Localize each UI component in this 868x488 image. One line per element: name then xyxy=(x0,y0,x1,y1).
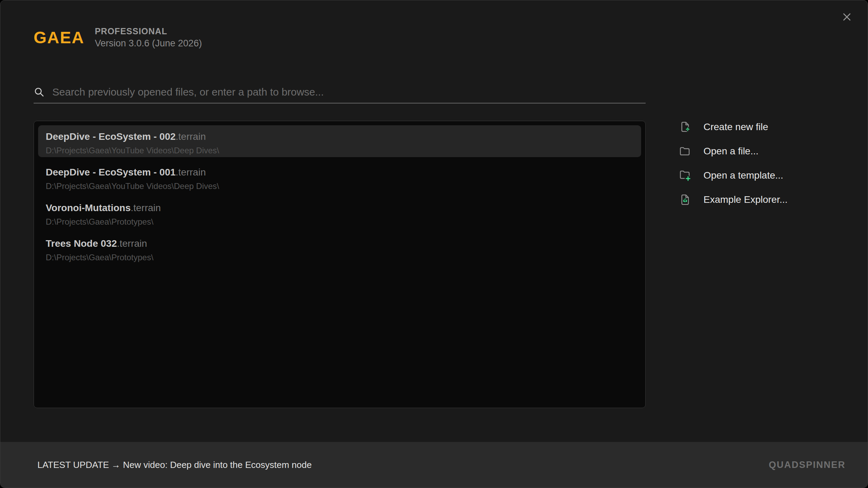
document-cube-icon xyxy=(679,193,692,206)
latest-update-link[interactable]: LATEST UPDATE → New video: Deep dive int… xyxy=(37,460,312,470)
recent-files-list: DeepDive - EcoSystem - 002.terrain D:\Pr… xyxy=(34,121,646,408)
file-name: Trees Node 032 xyxy=(46,238,117,249)
quadspinner-brand: QUADSPINNER xyxy=(769,460,845,470)
new-file-sparkle-icon xyxy=(679,120,692,134)
file-path: D:\Projects\Gaea\Prototypes\ xyxy=(46,217,634,227)
file-extension: .terrain xyxy=(176,131,206,142)
footer-bar: LATEST UPDATE → New video: Deep dive int… xyxy=(0,442,868,488)
recent-file-item[interactable]: Trees Node 032.terrain D:\Projects\Gaea\… xyxy=(38,232,641,264)
action-label: Open a file... xyxy=(703,146,759,157)
version-label: Version 3.0.6 (June 2026) xyxy=(95,38,202,49)
search-bar xyxy=(34,86,646,103)
open-template-button[interactable]: Open a template... xyxy=(679,163,788,188)
gaea-start-window: GAEA PROFESSIONAL Version 3.0.6 (June 20… xyxy=(0,0,868,488)
close-icon xyxy=(842,12,852,22)
file-path: D:\Projects\Gaea\YouTube Videos\Deep Div… xyxy=(46,145,634,156)
file-extension: .terrain xyxy=(117,238,147,249)
close-button[interactable] xyxy=(839,9,854,25)
file-name: DeepDive - EcoSystem - 002 xyxy=(46,131,176,142)
recent-file-item[interactable]: DeepDive - EcoSystem - 002.terrain D:\Pr… xyxy=(38,125,641,157)
app-header: GAEA PROFESSIONAL Version 3.0.6 (June 20… xyxy=(34,27,202,49)
action-label: Create new file xyxy=(703,121,768,133)
open-folder-icon xyxy=(679,145,692,158)
search-input[interactable] xyxy=(52,86,646,98)
file-extension: .terrain xyxy=(176,167,206,178)
search-icon xyxy=(34,87,45,98)
action-label: Example Explorer... xyxy=(703,194,788,205)
open-file-button[interactable]: Open a file... xyxy=(679,139,788,163)
create-new-file-button[interactable]: Create new file xyxy=(679,115,788,139)
gaea-logo: GAEA xyxy=(34,29,85,46)
folder-plus-icon xyxy=(679,169,692,182)
file-name: DeepDive - EcoSystem - 001 xyxy=(46,167,176,178)
quick-actions: Create new file Open a file... xyxy=(679,115,788,212)
edition-label: PROFESSIONAL xyxy=(95,27,202,36)
file-path: D:\Projects\Gaea\Prototypes\ xyxy=(46,252,634,263)
recent-file-item[interactable]: DeepDive - EcoSystem - 001.terrain D:\Pr… xyxy=(38,161,641,193)
file-extension: .terrain xyxy=(131,202,161,213)
example-explorer-button[interactable]: Example Explorer... xyxy=(679,188,788,212)
recent-file-item[interactable]: Voronoi-Mutations.terrain D:\Projects\Ga… xyxy=(38,197,641,228)
file-name: Voronoi-Mutations xyxy=(46,202,131,213)
action-label: Open a template... xyxy=(703,170,783,181)
file-path: D:\Projects\Gaea\YouTube Videos\Deep Div… xyxy=(46,181,634,191)
